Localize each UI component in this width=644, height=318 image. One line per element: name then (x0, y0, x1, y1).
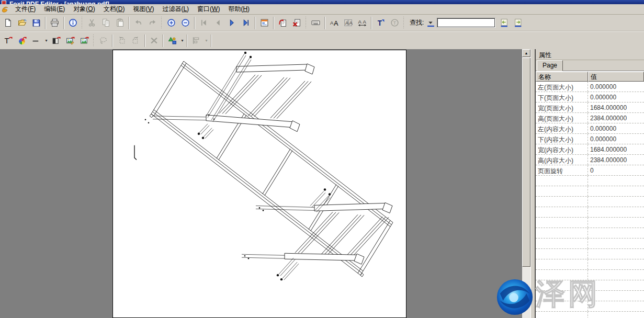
property-value[interactable]: 2384.000000 (588, 113, 644, 123)
open-folder-button[interactable] (15, 16, 29, 30)
svg-text:A: A (345, 20, 349, 26)
property-row[interactable]: 页面旋转0 (536, 165, 644, 176)
dropdown-arrow[interactable]: ▾ (43, 34, 49, 48)
property-name: 宽(内容大小) (536, 144, 588, 154)
font-embed-button[interactable]: AA (341, 16, 355, 30)
dropdown-arrow[interactable]: ▾ (204, 34, 209, 48)
page-form-button[interactable] (257, 16, 272, 30)
property-row[interactable]: 下(页面大小)0.000000 (536, 92, 644, 103)
vertical-scrollbar[interactable]: ▲ (522, 49, 530, 318)
menu-item-doc[interactable]: 文档(D) (99, 4, 129, 15)
line-style-button[interactable] (29, 34, 43, 48)
property-row[interactable]: 高(页面大小)2384.000000 (536, 113, 644, 123)
new-page-button[interactable] (1, 16, 15, 30)
property-row[interactable]: 高(内容大小)2384.000000 (536, 155, 644, 165)
menu-item-filter[interactable]: 过滤器(L) (158, 4, 193, 15)
rotate-right-button[interactable] (129, 34, 143, 48)
toolbar-separator (144, 35, 145, 47)
last-page-button[interactable] (239, 16, 253, 30)
shapes-button[interactable] (165, 34, 179, 48)
undo-arrow-button[interactable] (131, 16, 145, 30)
scroll-up-button[interactable]: ▲ (522, 49, 530, 57)
align-menu-button[interactable] (189, 34, 204, 48)
find-input[interactable] (437, 18, 495, 28)
delete-page-button[interactable] (290, 16, 304, 30)
find-next-button[interactable] (511, 16, 525, 30)
panel-splitter[interactable] (530, 49, 535, 318)
menu-item-edit[interactable]: 编辑(E) (40, 4, 69, 15)
empty-row (536, 291, 644, 301)
select-lasso-button[interactable] (96, 34, 110, 48)
insert-text-button[interactable]: T (374, 16, 388, 30)
property-row[interactable]: 下(内容大小)0.000000 (536, 134, 644, 144)
property-value[interactable]: 2384.000000 (588, 155, 644, 165)
empty-row (536, 280, 644, 291)
property-value[interactable]: 1684.000000 (588, 103, 644, 112)
delete-object-button[interactable] (147, 34, 161, 48)
rotate-left-button[interactable] (115, 34, 129, 48)
property-value[interactable]: 0.000000 (588, 82, 644, 92)
copy-pages-button[interactable] (99, 16, 113, 30)
property-value[interactable]: 0.000000 (588, 92, 644, 102)
last-page-icon (242, 18, 251, 27)
paste-clipboard-button[interactable] (113, 16, 127, 30)
property-value[interactable]: 0 (588, 165, 644, 175)
menu-item-view[interactable]: 视图(V) (129, 4, 158, 15)
property-row[interactable]: 宽(内容大小)1684.000000 (536, 144, 644, 155)
property-value[interactable]: 0.000000 (588, 134, 644, 144)
property-name: 下(内容大小) (536, 134, 588, 144)
find-prev-button[interactable] (497, 16, 511, 30)
first-page-button[interactable] (197, 16, 211, 30)
app-icon (2, 1, 6, 4)
property-row[interactable]: 左(页面大小)0.000000 (536, 82, 644, 92)
redo-arrow-button[interactable] (145, 16, 160, 30)
property-row[interactable]: 宽(页面大小)1684.000000 (536, 103, 644, 113)
font-replace-button[interactable]: AA (327, 16, 341, 30)
copy-pages-icon (101, 18, 110, 27)
cad-drawing (113, 50, 406, 317)
dropdown-arrow[interactable]: ▾ (179, 34, 185, 48)
toolbar-separator (324, 17, 325, 29)
menu-item-help[interactable]: 帮助(H) (224, 4, 254, 15)
keyboard-button[interactable] (309, 16, 323, 30)
text-edit-icon: T (4, 36, 13, 45)
image-edit-button[interactable] (63, 34, 77, 48)
property-value[interactable]: 1684.000000 (588, 144, 644, 154)
paste-clipboard-icon (116, 18, 125, 27)
property-name: 左(内容大小) (536, 123, 588, 133)
menu-item-object[interactable]: 对象(O) (69, 4, 99, 15)
text-edit-button[interactable]: T (1, 34, 15, 48)
property-name: 下(页面大小) (536, 92, 588, 102)
find-dropdown-button[interactable] (426, 16, 435, 30)
font-spacing-button[interactable]: AA (355, 16, 369, 30)
toolbar-separator (194, 17, 195, 29)
text-circle-button[interactable]: T (388, 16, 402, 30)
property-row[interactable]: 左(内容大小)0.000000 (536, 123, 644, 134)
insert-page-button[interactable] (276, 16, 290, 30)
color-wheel-button[interactable] (15, 34, 29, 48)
menu-item-file[interactable]: 文件(F) (11, 4, 40, 15)
find-next-icon (514, 18, 523, 27)
info-button[interactable] (66, 16, 80, 30)
zoom-out-icon (181, 18, 190, 27)
property-value[interactable]: 0.000000 (588, 123, 644, 133)
tab-page[interactable]: Page (537, 60, 563, 71)
next-page-button[interactable] (225, 16, 239, 30)
cut-scissors-button[interactable] (85, 16, 99, 30)
print-icon (50, 18, 59, 27)
save-floppy-button[interactable] (29, 16, 43, 30)
properties-panel: 属性 Page 名称 值 左(页面大小)0.000000下(页面大小)0.000… (535, 49, 644, 318)
toolbar-grip (161, 17, 163, 29)
scrollbar-thumb[interactable] (522, 58, 530, 267)
document-canvas[interactable] (0, 49, 522, 318)
print-button[interactable] (48, 16, 62, 30)
menu-item-window[interactable]: 窗口(W) (193, 4, 224, 15)
fill-gradient-button[interactable] (49, 34, 63, 48)
image-add-button[interactable] (77, 34, 92, 48)
pdf-page[interactable] (112, 50, 406, 318)
toolbar-separator (371, 17, 372, 29)
zoom-in-button[interactable] (164, 16, 178, 30)
prev-page-button[interactable] (211, 16, 225, 30)
zoom-out-button[interactable] (178, 16, 193, 30)
svg-text:A: A (358, 19, 362, 25)
